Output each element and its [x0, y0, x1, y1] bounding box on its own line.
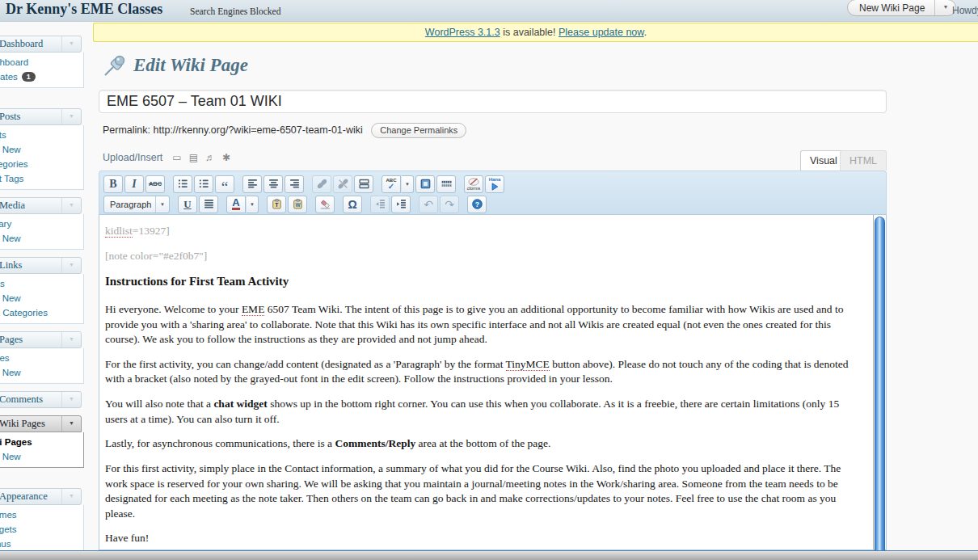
- sidebar-item-add-new[interactable]: Add New: [0, 231, 83, 246]
- add-image-icon[interactable]: ▭: [172, 152, 181, 163]
- paragraph-1: Hi everyone. Welcome to your EME 6507 Te…: [105, 302, 864, 347]
- spellcheck-button-dropdown-arrow[interactable]: ▼: [402, 175, 414, 193]
- sidebar-item-posts[interactable]: Posts▼: [0, 108, 82, 125]
- sidebar-item-links[interactable]: Links▼: [0, 257, 82, 274]
- unlink-icon: [338, 179, 348, 189]
- italic-button[interactable]: I: [124, 175, 144, 193]
- sidebar-item-post-tags[interactable]: Post Tags: [0, 171, 83, 186]
- submenu-wiki-pages: Wiki PagesAdd New: [0, 432, 84, 468]
- submenu-label: Menus: [0, 539, 11, 549]
- sidebar-item-themes[interactable]: Themes: [0, 507, 83, 522]
- sidebar-item-add-new[interactable]: Add New: [0, 449, 83, 464]
- update-count-badge: 1: [22, 72, 36, 82]
- sidebar-item-updates[interactable]: Updates1: [0, 69, 83, 84]
- sidebar-item-wiki-pages[interactable]: Wiki Pages▼: [0, 415, 82, 432]
- sidebar-item-posts[interactable]: Posts: [0, 128, 83, 142]
- hana-flv-button[interactable]: Hana: [485, 175, 504, 193]
- sidebar-item-dashboard[interactable]: Dashboard: [0, 55, 83, 69]
- sidebar-item-link-categories[interactable]: Link Categories: [0, 305, 83, 320]
- undo-button[interactable]: ↶: [419, 196, 438, 213]
- numbered-list-button[interactable]: [194, 175, 213, 193]
- site-title[interactable]: Dr Kenny's EME Classes: [6, 1, 162, 18]
- blockquote-button[interactable]: “: [215, 175, 234, 193]
- paste-word-button[interactable]: W: [288, 196, 307, 213]
- howdy-greeting[interactable]: Howdy: [952, 5, 978, 16]
- add-video-icon[interactable]: ▤: [189, 152, 198, 163]
- fullscreen-button[interactable]: [415, 175, 435, 193]
- sidebar-item-comments[interactable]: Comments▼: [0, 391, 82, 408]
- chevron-down-icon[interactable]: ▼: [61, 392, 81, 407]
- bullet-list-button[interactable]: [173, 175, 192, 193]
- sidebar-item-library[interactable]: Library: [0, 217, 83, 231]
- editor-scrollbar-thumb[interactable]: [875, 217, 885, 551]
- editor-canvas[interactable]: kidlist=13927] [note color="#e2f0b7"] In…: [99, 214, 887, 550]
- sidebar-item-dashboard[interactable]: Dashboard▼: [0, 36, 82, 53]
- align-center-button[interactable]: [263, 175, 283, 193]
- text-color-button-dropdown-arrow[interactable]: ▼: [247, 196, 259, 213]
- underline-icon: U: [183, 198, 191, 211]
- submenu-pages: PagesAdd New: [0, 348, 84, 384]
- text-color-button[interactable]: A: [226, 196, 246, 213]
- bold-button[interactable]: B: [103, 175, 123, 193]
- chevron-down-icon[interactable]: ▼: [61, 489, 81, 504]
- sidebar-item-add-new[interactable]: Add New: [0, 291, 83, 305]
- more-tag-button[interactable]: [354, 175, 373, 193]
- admin-top-bar: Dr Kenny's EME Classes Search Engines Bl…: [0, 0, 978, 22]
- new-wiki-page-button[interactable]: New Wiki Page ▼: [847, 0, 956, 16]
- add-audio-icon[interactable]: ♬: [205, 152, 215, 163]
- chevron-down-icon[interactable]: ▼: [61, 198, 81, 213]
- please-update-link[interactable]: Please update now: [559, 27, 644, 38]
- sidebar-item-pages[interactable]: Pages▼: [0, 331, 82, 348]
- redo-button[interactable]: ↷: [440, 196, 459, 213]
- indent-button[interactable]: [391, 196, 411, 213]
- menu-label: Dashboard: [0, 38, 43, 49]
- sidebar-item-add-new[interactable]: Add New: [0, 365, 83, 380]
- search-engines-blocked-flag: Search Engines Blocked: [190, 6, 280, 16]
- paste-text-button[interactable]: T: [267, 196, 286, 213]
- justify-button[interactable]: [199, 196, 218, 213]
- sidebar-item-links[interactable]: Links: [0, 276, 83, 291]
- sidebar-item-pages[interactable]: Pages: [0, 351, 83, 365]
- editor-scrollbar-track[interactable]: [873, 215, 886, 549]
- sidebar-item-add-new[interactable]: Add New: [0, 142, 83, 157]
- chevron-down-icon[interactable]: ▼: [61, 332, 81, 347]
- sidebar-item-wiki-pages[interactable]: Wiki Pages: [0, 435, 83, 449]
- cforms-button[interactable]: cforms: [464, 175, 483, 193]
- spellcheck-button[interactable]: ABC✓: [382, 175, 401, 193]
- menu-label: Media: [0, 200, 25, 211]
- align-left-button[interactable]: [242, 175, 262, 193]
- tab-html[interactable]: HTML: [840, 150, 887, 171]
- sidebar-item-media[interactable]: Media▼: [0, 197, 82, 214]
- chevron-down-icon[interactable]: ▼: [61, 36, 81, 52]
- chevron-down-icon[interactable]: ▼: [155, 196, 169, 213]
- sidebar-item-menus[interactable]: Menus: [0, 537, 83, 551]
- strikethrough-button[interactable]: ABC: [145, 175, 165, 193]
- post-title-input[interactable]: [99, 90, 887, 113]
- underline-button[interactable]: U: [178, 196, 197, 213]
- add-media-icon[interactable]: ✱: [222, 152, 230, 163]
- chevron-down-icon[interactable]: ▼: [61, 109, 81, 124]
- outdent-button[interactable]: [370, 196, 390, 213]
- editor-content[interactable]: kidlist=13927] [note color="#e2f0b7"] In…: [99, 215, 872, 549]
- kitchen-sink-button[interactable]: [436, 175, 456, 193]
- format-select[interactable]: Paragraph▼: [103, 196, 170, 213]
- menu-section-wiki-pages: Wiki Pages▼Wiki PagesAdd New: [0, 415, 82, 468]
- chevron-down-icon[interactable]: ▼: [61, 416, 81, 432]
- chevron-down-icon[interactable]: ▼: [61, 258, 81, 273]
- remove-format-button[interactable]: [315, 196, 335, 213]
- change-permalinks-button[interactable]: Change Permalinks: [371, 123, 466, 138]
- submenu-label: Dashboard: [0, 57, 28, 67]
- unlink-button[interactable]: [333, 175, 352, 193]
- special-char-button[interactable]: Ω: [343, 196, 362, 213]
- sidebar-item-widgets[interactable]: Widgets: [0, 522, 83, 537]
- bullet-list-icon: [178, 179, 188, 189]
- bold-icon: B: [109, 178, 116, 191]
- permalink-url: http://rkenny.org/?wiki=eme-6507-team-01…: [154, 124, 363, 136]
- sidebar-item-appearance[interactable]: Appearance▼: [0, 488, 82, 505]
- sidebar-item-categories[interactable]: Categories: [0, 157, 83, 171]
- wordpress-version-link[interactable]: WordPress 3.1.3: [425, 27, 500, 38]
- insert-link-button[interactable]: [312, 175, 331, 193]
- help-button[interactable]: ?: [467, 196, 487, 213]
- menu-label: Posts: [0, 111, 20, 122]
- align-right-button[interactable]: [285, 175, 304, 193]
